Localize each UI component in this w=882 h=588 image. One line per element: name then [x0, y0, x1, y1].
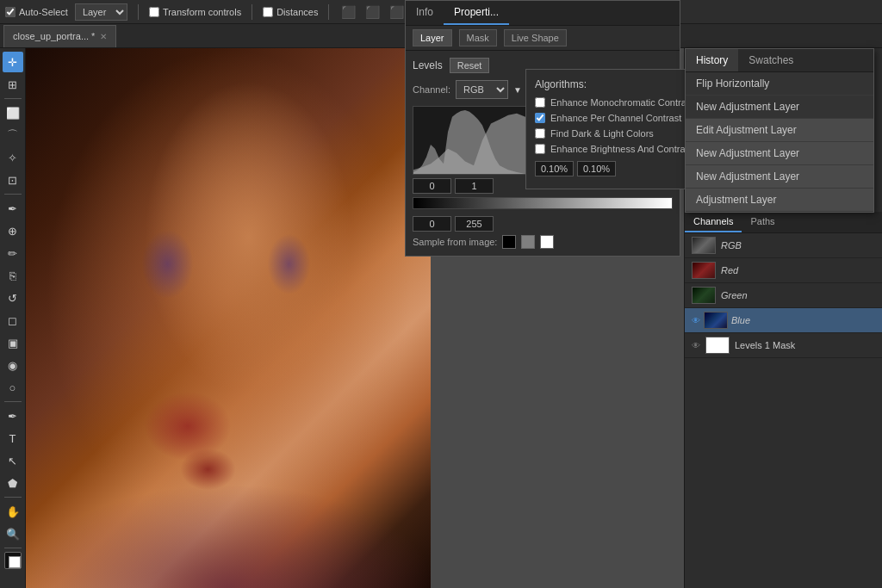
channel-dropdown-icon: ▼ — [513, 85, 522, 95]
healing-tool[interactable]: ⊕ — [3, 220, 23, 241]
black-swatch[interactable] — [502, 235, 516, 249]
info-tab[interactable]: Info — [406, 1, 444, 25]
history-item-0[interactable]: Flip Horizontally — [686, 72, 873, 96]
tab-close-icon[interactable]: ✕ — [100, 32, 107, 41]
paths-tab[interactable]: Paths — [742, 212, 783, 232]
rgb-thumb — [692, 237, 716, 254]
foreground-color[interactable] — [4, 552, 22, 569]
channel-select[interactable]: RGB Red Green Blue — [456, 80, 508, 99]
dodge-tool[interactable]: ○ — [3, 377, 23, 398]
mask-label: Levels 1 Mask — [735, 340, 795, 350]
history-item-4[interactable]: New Adjustment Layer — [686, 165, 873, 189]
brush-tool[interactable]: ✏ — [3, 243, 23, 263]
pct-field-1[interactable]: 0.10% — [535, 161, 574, 176]
output-gradient — [413, 197, 673, 209]
output-values-row: 0 255 — [413, 216, 673, 232]
channel-blue-row[interactable]: 👁 Blue — [685, 308, 882, 333]
distances-checkbox[interactable] — [263, 7, 273, 17]
liveshape-subtab[interactable]: Live Shape — [504, 29, 567, 46]
transform-checkbox[interactable] — [149, 7, 159, 17]
mask-eye-icon[interactable]: 👁 — [692, 341, 700, 350]
pct-field-2[interactable]: 0.10% — [577, 161, 616, 176]
right-panel: History Swatches Flip Horizontally New A… — [684, 48, 882, 588]
channels-tab[interactable]: Channels — [685, 212, 742, 232]
document-tab-label: close_up_portra... * — [13, 31, 95, 41]
channel-rgb-row[interactable]: RGB — [685, 233, 882, 258]
sample-row: Sample from image: — [413, 235, 673, 249]
history-brush-tool[interactable]: ↺ — [3, 288, 23, 308]
channel-label: Channel: — [413, 84, 450, 95]
align-right-icon[interactable]: ⬛ — [388, 3, 405, 21]
lasso-tool[interactable]: ⌒ — [3, 125, 23, 145]
red-channel-name: Red — [721, 265, 738, 275]
history-item-3[interactable]: New Adjustment Layer — [686, 142, 873, 165]
autoselect-item: Auto-Select — [5, 7, 68, 17]
swatches-dropdown-tab[interactable]: Swatches — [738, 49, 804, 71]
algo-label-1: Enhance Monochromatic Contrast — [550, 97, 693, 108]
canvas-image — [26, 48, 431, 588]
panel-tabs: Info Properti... — [406, 1, 680, 26]
channels-tabs: Channels Paths — [685, 212, 882, 233]
output-min-field[interactable]: 0 — [413, 216, 451, 232]
layer-subtab[interactable]: Layer — [413, 29, 452, 46]
algo-checkbox-3[interactable] — [535, 128, 545, 139]
separator-1 — [138, 4, 139, 20]
autoselect-checkbox[interactable] — [5, 7, 16, 17]
green-channel-name: Green — [721, 290, 748, 300]
main-area: ✛ ⊞ ⬜ ⌒ ✧ ⊡ ✒ ⊕ ✏ ⎘ ↺ ◻ ▣ ◉ ○ ✒ T ↖ ⬟ ✋ … — [0, 48, 882, 588]
tool-sep-3 — [4, 401, 22, 402]
reset-button[interactable]: Reset — [450, 58, 490, 73]
type-tool[interactable]: T — [3, 428, 23, 449]
mask-subtab[interactable]: Mask — [459, 29, 497, 46]
pen-tool[interactable]: ✒ — [3, 405, 23, 426]
history-dropdown-tabs: History Swatches — [686, 49, 873, 72]
properties-tab[interactable]: Properti... — [444, 1, 509, 25]
algo-checkbox-1[interactable] — [535, 97, 545, 108]
channel-green-row[interactable]: Green — [685, 283, 882, 308]
artboard-tool[interactable]: ⊞ — [3, 74, 23, 95]
eyedropper-tool[interactable]: ✒ — [3, 198, 23, 219]
shape-tool[interactable]: ⬟ — [3, 473, 23, 493]
input-min-field[interactable]: 0 — [413, 178, 451, 194]
move-tool[interactable]: ✛ — [3, 52, 23, 72]
eraser-tool[interactable]: ◻ — [3, 310, 23, 331]
levels-label: Levels — [413, 59, 443, 71]
algo-label-3: Find Dark & Light Colors — [550, 128, 654, 139]
history-dropdown-tab[interactable]: History — [686, 49, 738, 71]
marquee-tool[interactable]: ⬜ — [3, 102, 23, 123]
gray-swatch[interactable] — [521, 235, 535, 249]
algo-label-2: Enhance Per Channel Contrast — [550, 113, 681, 123]
history-item-5[interactable]: Adjustment Layer — [686, 189, 873, 212]
history-item-2[interactable]: Edit Adjustment Layer — [686, 119, 873, 142]
document-tab[interactable]: close_up_portra... * ✕ — [3, 25, 116, 47]
layer-select[interactable]: Layer Group — [75, 3, 127, 21]
algo-checkbox-4[interactable] — [535, 144, 545, 154]
zoom-tool[interactable]: 🔍 — [3, 523, 23, 544]
tool-sep-4 — [4, 497, 22, 498]
gradient-tool[interactable]: ▣ — [3, 332, 23, 353]
history-item-1[interactable]: New Adjustment Layer — [686, 96, 873, 119]
panel-sub-tabs: Layer Mask Live Shape — [406, 26, 680, 51]
left-sidebar: ✛ ⊞ ⬜ ⌒ ✧ ⊡ ✒ ⊕ ✏ ⎘ ↺ ◻ ▣ ◉ ○ ✒ T ↖ ⬟ ✋ … — [0, 48, 26, 588]
blur-tool[interactable]: ◉ — [3, 355, 23, 375]
mask-row[interactable]: 👁 Levels 1 Mask — [685, 333, 882, 358]
algo-checkbox-2[interactable] — [535, 113, 545, 123]
input-mid-field[interactable]: 1 — [455, 178, 494, 194]
blue-channel-name: Blue — [731, 315, 750, 325]
align-left-icon[interactable]: ⬛ — [339, 3, 357, 21]
path-select-tool[interactable]: ↖ — [3, 450, 23, 471]
green-thumb — [692, 287, 716, 304]
quick-select-tool[interactable]: ✧ — [3, 147, 23, 168]
tool-sep-1 — [4, 98, 22, 99]
output-max-field[interactable]: 255 — [455, 216, 494, 232]
clone-tool[interactable]: ⎘ — [3, 265, 23, 286]
blue-eye-icon[interactable]: 👁 — [692, 316, 700, 325]
blue-thumb — [704, 312, 728, 329]
align-center-icon[interactable]: ⬛ — [363, 3, 381, 21]
crop-tool[interactable]: ⊡ — [3, 170, 23, 190]
white-swatch[interactable] — [540, 235, 554, 249]
distances-label: Distances — [276, 7, 318, 17]
channel-red-row[interactable]: Red — [685, 258, 882, 283]
hand-tool[interactable]: ✋ — [3, 501, 23, 522]
separator-3 — [328, 4, 329, 20]
